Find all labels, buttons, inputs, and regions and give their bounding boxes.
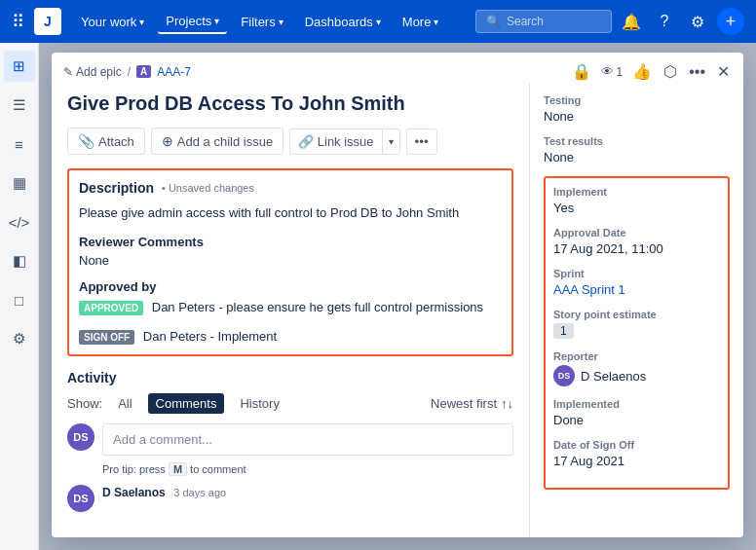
breadcrumb: ✎ Add epic / A AAA-7 [63, 65, 570, 79]
reporter-avatar: DS [553, 365, 575, 386]
sprint-value[interactable]: AAA Sprint 1 [553, 282, 720, 297]
show-label: Show: [67, 396, 102, 411]
approved-row: APPROVED Dan Peters - please ensure he g… [79, 300, 502, 315]
pencil-icon: ✎ [63, 65, 73, 79]
reviewer-comments-title: Reviewer Comments [79, 235, 502, 249]
close-button[interactable]: ✕ [715, 60, 732, 83]
activity-section: Activity Show: All Comments History Newe… [67, 370, 513, 522]
description-header: Description • Unsaved changes [79, 180, 502, 196]
comment-input-row: DS Add a comment... [67, 423, 513, 456]
approved-text: Dan Peters - please ensure he gets full … [152, 300, 483, 314]
topnav: ⠿ J Your work ▾ Projects ▾ Filters ▾ Das… [0, 0, 756, 43]
settings-button[interactable]: ⚙ [684, 8, 711, 35]
chevron-down-icon: ▾ [434, 17, 438, 27]
description-text: Please give admin access with full contr… [79, 203, 502, 223]
right-panel-top-fields: Testing None Test results None [544, 94, 730, 165]
sign-off-text: Dan Peters - Implement [143, 329, 277, 344]
approval-date-value: 17 Aug 2021, 11:00 [553, 241, 720, 256]
chevron-down-icon: ▾ [139, 17, 144, 27]
implement-value: Yes [553, 201, 720, 215]
comments-button[interactable]: Comments [148, 393, 225, 414]
search-input[interactable]: 🔍 Search [475, 10, 612, 33]
implemented-label: Implemented [553, 398, 720, 410]
add-child-issue-button[interactable]: ⊕ Add a child issue [151, 128, 284, 155]
comment-time: 3 days ago [173, 487, 226, 498]
add-epic-button[interactable]: ✎ Add epic [63, 65, 122, 79]
left-panel: Give Prod DB Access To John Smith 📎 Atta… [52, 83, 529, 537]
more-menu[interactable]: More ▾ [395, 11, 447, 33]
approved-badge: APPROVED [79, 301, 143, 315]
comment-input[interactable]: Add a comment... [102, 423, 513, 456]
search-icon: 🔍 [486, 15, 501, 28]
chevron-down-icon: ▾ [214, 16, 219, 26]
pro-tip: Pro tip: press M to comment [102, 463, 513, 475]
more-actions-button[interactable]: ••• [406, 128, 437, 155]
sidebar-item-timeline[interactable]: ▦ [4, 167, 35, 199]
sidebar-item-code[interactable]: </> [4, 206, 35, 238]
reporter-field: Reporter DS D Selaenos [553, 350, 720, 386]
modal-backdrop: ✎ Add epic / A AAA-7 🔒 👁 1 👍 [39, 43, 756, 550]
reporter-row: DS D Selaenos [553, 365, 720, 386]
comment-author: D Saelanos [102, 486, 166, 499]
projects-menu[interactable]: Projects ▾ [158, 10, 227, 34]
sprint-field: Sprint AAA Sprint 1 [553, 268, 720, 297]
testing-label: Testing [544, 94, 730, 106]
story-points-value: 1 [553, 323, 720, 339]
newest-first-button[interactable]: Newest first ↑↓ [431, 396, 513, 411]
right-panel: Testing None Test results None Implement [529, 83, 743, 537]
date-signoff-value: 17 Aug 2021 [553, 454, 720, 468]
testing-field: Testing None [544, 94, 730, 124]
sidebar-item-backlog[interactable]: ☰ [4, 90, 35, 121]
dropdown-arrow[interactable]: ▾ [383, 131, 399, 152]
your-work-menu[interactable]: Your work ▾ [73, 11, 152, 33]
implement-label: Implement [553, 186, 720, 198]
reporter-label: Reporter [553, 350, 720, 362]
history-button[interactable]: History [232, 393, 286, 414]
sidebar-item-board[interactable]: ⊞ [4, 51, 35, 82]
share-button[interactable]: ⬡ [662, 60, 679, 83]
chevron-down-icon: ▾ [376, 17, 381, 27]
testing-value: None [544, 109, 730, 124]
sidebar-item-settings[interactable]: ⚙ [4, 323, 35, 354]
current-user-avatar: DS [67, 423, 94, 451]
filters-menu[interactable]: Filters ▾ [233, 11, 290, 33]
approval-date-field: Approval Date 17 Aug 2021, 11:00 [553, 227, 720, 256]
main-layout: ⊞ ☰ ≡ ▦ </> ◧ □ ⚙ ✎ Add epic / A [0, 43, 756, 550]
modal-header: ✎ Add epic / A AAA-7 🔒 👁 1 👍 [52, 53, 743, 83]
link-icon: 🔗 [298, 134, 314, 149]
more-options-button[interactable]: ••• [687, 61, 707, 83]
reviewer-comments-value: None [79, 253, 502, 268]
implement-field: Implement Yes [553, 186, 720, 215]
grid-icon[interactable]: ⠿ [12, 11, 24, 32]
date-signoff-label: Date of Sign Off [553, 439, 720, 451]
implemented-value: Done [553, 413, 720, 427]
story-points-field: Story point estimate 1 [553, 309, 720, 339]
all-button[interactable]: All [110, 393, 139, 414]
activity-title: Activity [67, 370, 513, 385]
pro-tip-key: M [169, 462, 187, 476]
lock-button[interactable]: 🔒 [570, 60, 593, 83]
modal-body: Give Prod DB Access To John Smith 📎 Atta… [52, 83, 743, 537]
issue-title: Give Prod DB Access To John Smith [67, 91, 513, 116]
create-button[interactable]: + [717, 8, 744, 35]
link-issue-button[interactable]: 🔗 Link issue [290, 129, 382, 154]
help-button[interactable]: ? [651, 8, 678, 35]
watch-button[interactable]: 👁 1 [601, 64, 624, 79]
paperclip-icon: 📎 [78, 133, 94, 149]
attach-button[interactable]: 📎 Attach [67, 128, 145, 155]
test-results-label: Test results [544, 135, 730, 147]
content-area: ✎ Add epic / A AAA-7 🔒 👁 1 👍 [39, 43, 756, 550]
sidebar-item-list[interactable]: ≡ [4, 128, 35, 160]
comment-row: DS D Saelanos 3 days ago [67, 485, 513, 512]
sprint-label: Sprint [553, 268, 720, 279]
sidebar-item-issues[interactable]: □ [4, 284, 35, 315]
sidebar-item-pages[interactable]: ◧ [4, 245, 35, 276]
epic-badge: A [136, 65, 151, 78]
issue-id-link[interactable]: AAA-7 [157, 65, 191, 79]
right-panel-bordered-fields: Implement Yes Approval Date 17 Aug 2021,… [544, 176, 730, 490]
like-button[interactable]: 👍 [630, 60, 654, 83]
dashboards-menu[interactable]: Dashboards ▾ [297, 11, 389, 33]
sort-icon: ↑↓ [501, 396, 513, 411]
notifications-button[interactable]: 🔔 [618, 8, 645, 35]
app-logo: J [34, 8, 61, 35]
